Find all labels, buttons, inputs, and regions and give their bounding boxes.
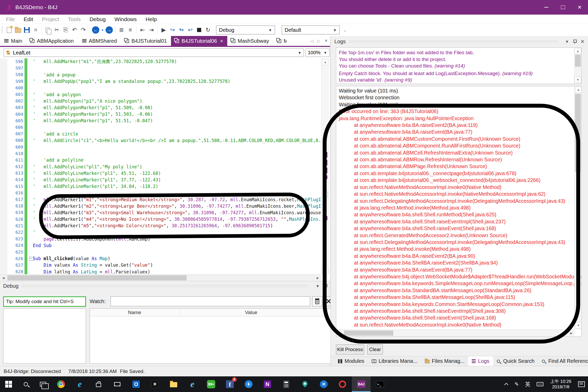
breakpoint-margin[interactable] (0, 255, 7, 262)
breakpoint-margin[interactable] (0, 229, 7, 236)
tab-b4jstutorial01[interactable]: B4JSTutorial01 (121, 36, 171, 46)
line-number[interactable]: 606 (7, 125, 24, 130)
tool-tab-logs[interactable]: Logs (468, 356, 493, 366)
line-number[interactable]: 607 (7, 131, 24, 136)
code-text[interactable]: ' mll.AddCircle("c1","<b>Hello world!</b… (29, 138, 321, 143)
tab-scroll-right-icon[interactable]: ▷ (315, 39, 322, 44)
taskbar-icon-messenger[interactable] (239, 376, 258, 392)
editor-zoom-select[interactable]: 100% ▼ (305, 48, 329, 57)
breakpoint-margin[interactable] (0, 150, 7, 157)
save-icon[interactable] (22, 26, 31, 34)
breakpoint-margin[interactable] (0, 118, 7, 124)
taskbar-icon-wechat[interactable]: 99+ (202, 376, 220, 392)
scrollbar-thumb[interactable] (575, 55, 581, 67)
evaluate-expression-button[interactable] (312, 296, 322, 306)
breakpoint-margin[interactable] (0, 131, 7, 137)
breakpoint-margin[interactable] (0, 183, 7, 190)
panel-menu-icon[interactable]: ▼ (316, 284, 320, 288)
taskbar-icon-store[interactable] (89, 376, 108, 392)
code-text[interactable]: Sub mll_clicked(value As Map) (29, 256, 321, 261)
line-number[interactable]: 618 (7, 204, 24, 209)
taskbar-icon-edge[interactable]: e (70, 376, 89, 392)
taskbar-icon-mail[interactable] (108, 376, 127, 392)
navigate-back-icon[interactable]: ← (91, 26, 100, 34)
breakpoint-margin[interactable] (0, 98, 7, 104)
taskbar-icon-internet-explorer[interactable]: e (183, 376, 202, 392)
build-mode-select[interactable]: Debug ▼ (216, 26, 275, 34)
debug-variables-list[interactable] (3, 308, 86, 364)
taskbar-icon-facebook[interactable]: f4 (220, 376, 239, 392)
line-number[interactable]: 597 (7, 66, 24, 71)
line-number[interactable]: 628 (7, 269, 24, 274)
line-number[interactable]: 615 (7, 184, 24, 189)
toolbar-overflow-icon[interactable]: ⌄ (343, 28, 347, 33)
line-number[interactable]: 599 (7, 79, 24, 84)
code-editor[interactable]: 596' mll.AddMarker("m1","呂洲農",23.7022825… (0, 58, 321, 274)
line-number[interactable]: 602 (7, 99, 24, 103)
pen-tray-icon[interactable]: ✎ (511, 376, 522, 392)
code-text[interactable]: ' 'add a polygon (29, 92, 321, 97)
line-number[interactable]: 600 (7, 85, 24, 90)
line-number[interactable]: 608 (7, 138, 24, 143)
breakpoint-margin[interactable] (0, 157, 7, 163)
taskbar-icon-b4j[interactable]: B4J (352, 376, 371, 392)
code-text[interactable]: ' mll.AddPolyLineMarker("pl1", 34.04, -1… (29, 184, 321, 189)
line-number[interactable]: 604 (7, 112, 24, 117)
line-number[interactable]: 625 (7, 250, 24, 255)
breakpoint-margin[interactable] (0, 124, 7, 131)
breakpoint-margin[interactable] (0, 104, 7, 111)
breakpoint-margin[interactable] (0, 176, 7, 183)
indent-icon[interactable]: ⇥ (147, 26, 156, 34)
tab-b4jstutorial06[interactable]: B4JSTutorial06× (171, 36, 227, 46)
paste-icon[interactable]: ⎘ (61, 26, 70, 34)
breakpoint-margin[interactable] (0, 236, 7, 242)
stop-icon[interactable] (195, 26, 204, 34)
kill-process-button[interactable]: Kill Process (336, 345, 364, 354)
taskbar-clock[interactable]: 上午 10:26 2018/7/8 (547, 379, 575, 390)
tool-tab-files[interactable]: Files Manag... (421, 356, 468, 366)
taskbar-icon-task-view[interactable] (34, 376, 52, 392)
line-number[interactable]: 598 (7, 72, 24, 77)
hidden-icons-chevron-icon[interactable] (502, 376, 511, 392)
panel-grip[interactable] (349, 40, 558, 43)
breakpoint-margin[interactable] (0, 190, 7, 196)
line-number[interactable]: 616 (7, 191, 24, 195)
menu-project[interactable]: Project (38, 16, 63, 22)
taskbar-icon-maps[interactable] (296, 376, 314, 392)
line-number[interactable]: 596 (7, 59, 24, 64)
scroll-up-icon[interactable]: ▲ (575, 87, 581, 93)
scrollbar-thumb[interactable] (7, 275, 187, 280)
code-text[interactable]: End Sub (29, 243, 321, 248)
column-header-name[interactable]: Name (90, 309, 180, 316)
menu-tools[interactable]: Tools (63, 16, 85, 22)
run-icon[interactable]: ▶ (159, 26, 168, 34)
line-number[interactable]: 626 (7, 256, 24, 261)
clear-logs-button[interactable]: Clear (367, 345, 383, 354)
tool-tab-modules[interactable]: Modules (334, 356, 368, 366)
close-icon[interactable]: ✕ (580, 39, 585, 45)
code-text[interactable]: ' mll.AddPolygonMarker("p1", 51.503, -0.… (29, 112, 321, 117)
cut-icon[interactable]: ✂ (52, 26, 61, 34)
code-text[interactable]: 'add a polyline (29, 157, 321, 163)
scroll-up-icon[interactable]: ▲ (322, 59, 329, 65)
warnings-scrollbar[interactable]: ▲ ▼ (574, 48, 581, 83)
scroll-down-icon[interactable]: ▼ (574, 77, 581, 83)
taskbar-icon-search[interactable] (17, 376, 34, 392)
uncomment-icon[interactable]: ≡ (126, 26, 135, 34)
line-number[interactable]: 614 (7, 177, 24, 182)
menu-debug[interactable]: Debug (85, 16, 110, 22)
redo-icon[interactable]: ↷ (79, 26, 88, 34)
breakpoint-margin[interactable] (0, 144, 7, 150)
tool-tab-findref[interactable]: Find All References... (538, 356, 588, 366)
code-text[interactable]: 'add a popup (29, 72, 321, 77)
line-number[interactable]: 624 (7, 243, 24, 248)
menu-help[interactable]: Help (141, 16, 161, 22)
breakpoint-margin[interactable] (0, 242, 7, 249)
minimize-button[interactable] (538, 0, 555, 15)
breakpoint-margin[interactable] (0, 268, 7, 274)
code-text[interactable]: 'add a circle (29, 131, 321, 137)
breakpoint-margin[interactable] (0, 223, 7, 229)
breakpoint-margin[interactable] (0, 91, 7, 98)
breakpoint-margin[interactable] (0, 163, 7, 170)
taskbar-icon-opera[interactable] (333, 376, 352, 392)
